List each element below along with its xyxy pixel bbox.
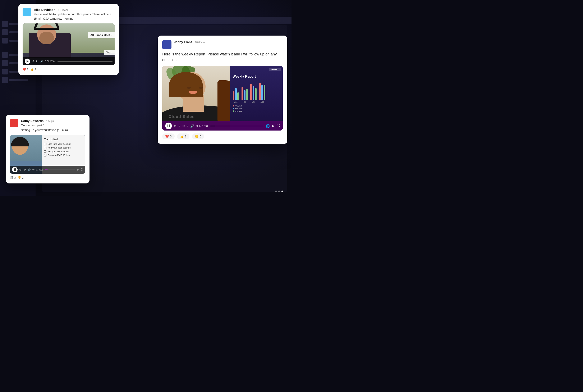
- thumbs-emoji: 👍: [30, 68, 34, 71]
- legend-item-2: +35,528: [233, 108, 280, 110]
- jenny-message: Here is the weekly Report. Please watch …: [162, 52, 283, 63]
- card-jenny: Jenny Franz 10:03am Here is the weekly R…: [158, 36, 287, 144]
- colby-count-1: 3: [14, 176, 16, 179]
- legend-dot-2: [233, 108, 234, 109]
- jenny-reaction-smile[interactable]: 😊 5: [192, 134, 204, 139]
- jenny-video-thumb: AKG&CO Weekly Report w32: [162, 66, 283, 130]
- heart-emoji: ❤️: [22, 68, 26, 71]
- pause-bar-2: [15, 168, 16, 171]
- bar-w35-3: [264, 85, 265, 100]
- bar-group-w33: w33: [242, 87, 248, 103]
- jenny-emoji-2: 👍: [180, 135, 184, 138]
- colby-pause-button[interactable]: [12, 167, 17, 172]
- colby-header: Colby Edwards 1:50pm Onboarding part 3: …: [10, 119, 85, 132]
- mike-reaction-thumbs[interactable]: 👍 2: [30, 68, 36, 71]
- bar-group-w34: w34: [250, 84, 257, 103]
- todo-text-4: Create a EMQ ID Key: [48, 154, 70, 156]
- jenny-count-3: 5: [200, 135, 201, 138]
- colby-name: Colby Edwards: [21, 119, 43, 122]
- colby-rewind-icon[interactable]: ↺: [19, 168, 22, 171]
- jenny-fullscreen-icon[interactable]: ⛶: [276, 124, 280, 128]
- jenny-rewind-icon[interactable]: ↺: [174, 124, 177, 128]
- jenny-time: 0:40 / 7:01: [196, 124, 208, 128]
- jenny-speed[interactable]: 1x: [272, 125, 274, 127]
- jenny-video-container[interactable]: AKG&CO Weekly Report w32: [162, 66, 283, 130]
- mike-user-info: Mike Davidson 11:34am Please watch! An u…: [33, 8, 115, 21]
- jenny-forward-icon[interactable]: ↻: [182, 124, 185, 128]
- jenny-pause-button[interactable]: [165, 122, 172, 129]
- heart-count: 3: [27, 68, 28, 71]
- bar-w35-2: [261, 85, 263, 100]
- jenny-progress-fill: [210, 126, 215, 126]
- colby-emoji-2: 🏆: [18, 176, 21, 179]
- mike-reactions: ❤️ 3 👍 2: [22, 68, 115, 71]
- play-icon: [26, 60, 29, 62]
- jenny-user-info: Jenny Franz 10:03am: [174, 40, 283, 44]
- mike-timestamp: 11:34am: [58, 8, 68, 12]
- jenny-globe-icon[interactable]: 🌐: [266, 124, 270, 128]
- bar-group-w35: w35: [259, 83, 265, 103]
- jenny-reaction-thumbs[interactable]: 👍 2: [177, 134, 189, 139]
- todo-checkbox-1[interactable]: [44, 143, 46, 145]
- todo-checkbox-4[interactable]: [44, 154, 46, 156]
- mike-forward-icon[interactable]: ↻: [36, 60, 38, 63]
- legend-value-3: +54,864: [235, 110, 242, 112]
- colby-forward-icon[interactable]: ↻: [23, 168, 26, 171]
- mike-rewind-icon[interactable]: ↺: [32, 60, 34, 63]
- legend-value-2: +35,528: [235, 108, 242, 110]
- dot-1[interactable]: [275, 190, 277, 192]
- mike-play-button[interactable]: [25, 58, 30, 64]
- colby-message-line2: Setting up your workstation (15 min): [21, 128, 85, 132]
- mike-message: Please watch! An update on our office po…: [33, 12, 115, 21]
- page-indicators: [275, 190, 283, 192]
- mike-video-controls[interactable]: ↺ ↻ 🔊 0:00 / 7:01: [22, 57, 115, 65]
- jenny-count-2: 2: [185, 135, 186, 138]
- jenny-reaction-heart[interactable]: ❤️ 3: [162, 134, 175, 139]
- bar-chart: w32 w33: [233, 82, 280, 103]
- colby-video-controls[interactable]: ↺ ↻ 🔊 0:40 / 7:01 1x ⛶: [10, 166, 85, 174]
- todo-text-1: Sign in to your account: [48, 143, 71, 145]
- colby-reaction-2[interactable]: 🏆 2: [18, 176, 23, 179]
- bar-w33-3: [246, 89, 248, 100]
- colby-count-2: 2: [22, 176, 23, 179]
- colby-speed[interactable]: 1x: [77, 168, 79, 171]
- jenny-reactions: ❤️ 3 👍 2 😊 5: [162, 134, 283, 139]
- mike-time: 0:00 / 7:01: [45, 60, 56, 62]
- bar-w34-2: [253, 86, 254, 100]
- pause-icon-jenny: [167, 124, 170, 128]
- mike-reaction-heart[interactable]: ❤️ 3: [22, 68, 28, 71]
- jenny-progress-bar[interactable]: [210, 126, 263, 126]
- legend-value-1: +49,654: [235, 105, 242, 107]
- bar-w34-1: [250, 84, 252, 100]
- jenny-volume-icon[interactable]: 🔊: [190, 124, 194, 128]
- todo-checkbox-2[interactable]: [44, 147, 46, 149]
- dot-3[interactable]: [281, 190, 283, 192]
- bar-w32-2: [235, 88, 237, 100]
- avatar-mike: [22, 8, 31, 16]
- colby-volume-icon[interactable]: 🔊: [27, 168, 31, 171]
- colby-reaction-1[interactable]: 💬 3: [10, 176, 16, 179]
- mike-video-container[interactable]: All Hands Meet... Sep... ↺ ↻ 🔊 0:00 / 7:…: [22, 24, 115, 65]
- jenny-chart-panel: AKG&CO Weekly Report w32: [230, 66, 283, 130]
- mike-overlay-label: All Hands Meet...: [88, 32, 115, 38]
- mike-volume-icon[interactable]: 🔊: [40, 60, 43, 63]
- bar-label-w34: w34: [252, 101, 255, 103]
- colby-fullscreen-icon[interactable]: ⛶: [81, 168, 83, 171]
- jenny-watermark: Cloud Sales: [168, 115, 195, 119]
- colby-progress-bar[interactable]: [45, 170, 75, 170]
- dot-2[interactable]: [278, 190, 280, 192]
- mike-name: Mike Davidson: [33, 8, 55, 12]
- mike-progress-bar[interactable]: [57, 61, 112, 62]
- jenny-video-controls[interactable]: ↺ 5 ↻ 5 🔊 0:40 / 7:01 🌐 1x ⛶: [162, 121, 283, 130]
- colby-message-line1: Onboarding part 3:: [21, 123, 85, 128]
- bar-label-w33: w33: [243, 101, 246, 103]
- todo-item-3: Set your security pin: [44, 150, 83, 153]
- todo-checkbox-3[interactable]: [44, 150, 46, 153]
- colby-video-container[interactable]: To do list Sign in to your account Add y…: [10, 135, 85, 174]
- pause-bar-1: [14, 168, 15, 171]
- bar-w32-1: [233, 92, 234, 100]
- bar-w33-2: [244, 90, 245, 100]
- legend-item-1: +49,654: [233, 105, 280, 107]
- chart-title: Weekly Report: [233, 74, 280, 79]
- chart-brand: AKG&CO: [269, 68, 281, 71]
